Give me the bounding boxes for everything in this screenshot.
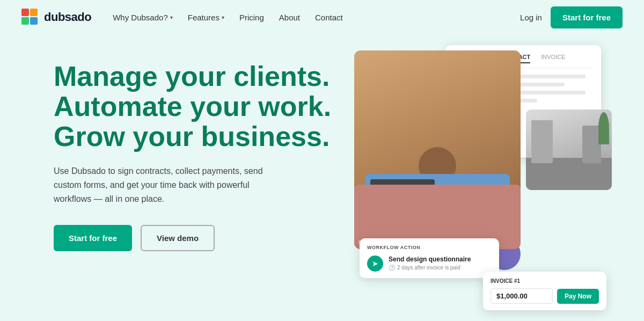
hero-illustration: PROPOSAL CONTRACT INVOICE Client signatu… xyxy=(343,45,601,321)
workflow-text: Send design questionnaire 🕐 2 days after… xyxy=(389,256,471,271)
nav-links: Why Dubsado? ▾ Features ▾ Pricing About … xyxy=(106,9,349,26)
svg-rect-2 xyxy=(21,17,29,25)
office-photo xyxy=(526,110,612,190)
hero-content: Manage your clients. Automate your work.… xyxy=(54,45,343,251)
tab-invoice[interactable]: INVOICE xyxy=(541,54,565,63)
hero-subtitle: Use Dubsado to sign contracts, collect p… xyxy=(54,164,279,206)
workflow-content: ➤ Send design questionnaire 🕐 2 days aft… xyxy=(367,256,492,272)
workflow-icon-circle: ➤ xyxy=(367,256,383,272)
invoice-row: $1,000.00 Pay Now xyxy=(491,288,599,304)
nav-left: dubsado Why Dubsado? ▾ Features ▾ Pricin… xyxy=(21,9,349,26)
workflow-action-subtitle: 🕐 2 days after invoice is paid xyxy=(389,265,471,271)
nav-about[interactable]: About xyxy=(273,9,306,26)
login-link[interactable]: Log in xyxy=(520,13,542,22)
start-for-free-button[interactable]: Start for free xyxy=(54,225,132,251)
plant xyxy=(598,112,609,144)
svg-rect-3 xyxy=(30,17,38,25)
clock-icon: 🕐 xyxy=(389,265,395,271)
invoice-title: INVOICE #1 xyxy=(491,278,599,284)
view-demo-button[interactable]: View demo xyxy=(141,225,215,251)
nav-why[interactable]: Why Dubsado? ▾ xyxy=(106,9,179,26)
nav-contact[interactable]: Contact xyxy=(309,9,349,26)
pay-now-button[interactable]: Pay Now xyxy=(557,289,599,304)
dubsado-logo-icon xyxy=(21,9,39,26)
hero-person-photo: Photo by: Denise Benson Photography xyxy=(354,50,521,249)
invoice-card: INVOICE #1 $1,000.00 Pay Now xyxy=(483,272,606,310)
svg-rect-1 xyxy=(30,9,38,16)
workflow-action-card: WORKFLOW ACTION ➤ Send design questionna… xyxy=(360,238,499,278)
send-icon: ➤ xyxy=(372,259,378,268)
start-for-free-nav-button[interactable]: Start for free xyxy=(551,6,623,28)
nav-right: Log in Start for free xyxy=(520,6,623,28)
hero-buttons: Start for free View demo xyxy=(54,225,343,251)
nav-pricing[interactable]: Pricing xyxy=(233,9,270,26)
hero-section: Manage your clients. Automate your work.… xyxy=(0,34,644,321)
workflow-action-title: Send design questionnaire xyxy=(389,256,471,263)
chevron-down-icon: ▾ xyxy=(170,14,173,20)
svg-rect-0 xyxy=(21,9,29,16)
nav-features[interactable]: Features ▾ xyxy=(181,9,231,26)
workflow-card-title: WORKFLOW ACTION xyxy=(367,245,492,250)
chevron-down-icon: ▾ xyxy=(222,14,224,20)
navigation: dubsado Why Dubsado? ▾ Features ▾ Pricin… xyxy=(0,0,644,34)
logo-text: dubsado xyxy=(44,10,91,24)
hero-title: Manage your clients. Automate your work.… xyxy=(54,61,343,151)
person-silhouette-1 xyxy=(531,120,553,163)
logo[interactable]: dubsado xyxy=(21,9,91,26)
invoice-amount: $1,000.00 xyxy=(491,288,553,304)
